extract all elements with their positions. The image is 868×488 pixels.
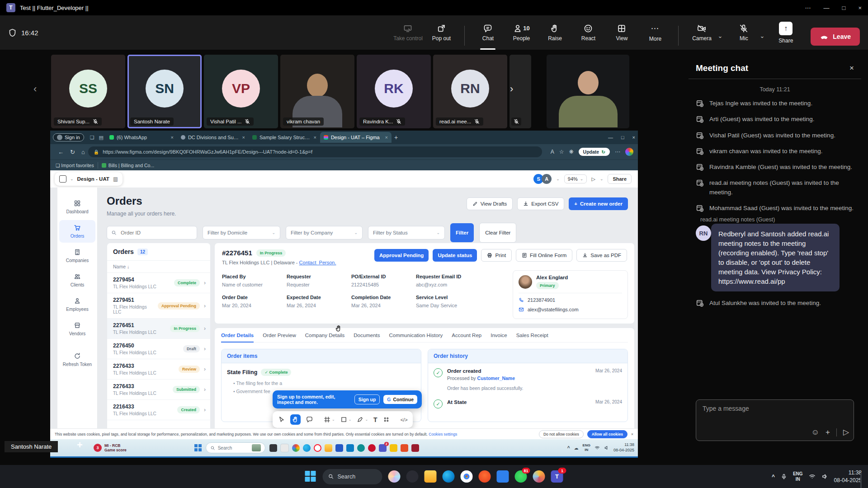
copilot-icon[interactable] bbox=[292, 444, 300, 452]
language-indicator[interactable]: ENGIN bbox=[583, 443, 590, 452]
figma-chevron-icon[interactable]: ⌄ bbox=[70, 177, 74, 181]
wifi-icon[interactable] bbox=[809, 473, 816, 480]
figma-menu-icon[interactable] bbox=[59, 175, 66, 183]
browser-tab[interactable]: DC Divisions and Surroundings × bbox=[177, 132, 249, 143]
taskbar-app-icon[interactable] bbox=[269, 444, 277, 452]
edge-icon[interactable] bbox=[303, 444, 311, 452]
whatsapp-icon[interactable]: 81 bbox=[515, 470, 527, 483]
sidebar-item-clients[interactable]: Clients bbox=[59, 269, 95, 291]
browser-maximize-icon[interactable]: □ bbox=[621, 135, 624, 140]
filter-domicile-select[interactable]: Filter by Domicile ⌄ bbox=[203, 226, 280, 239]
camera-button[interactable]: Camera bbox=[687, 19, 717, 46]
score-notification[interactable]: 3 MI - RCBGame score bbox=[94, 443, 127, 452]
browser-profile-avatar[interactable] bbox=[625, 148, 633, 156]
opera-icon[interactable] bbox=[314, 444, 321, 452]
deny-cookies-button[interactable]: Do not allow cookies bbox=[539, 430, 584, 438]
teams-icon[interactable]: 2 bbox=[379, 444, 387, 452]
update-status-button[interactable]: Update status bbox=[433, 249, 477, 262]
browser-tab[interactable]: (6) WhatsApp × bbox=[106, 132, 177, 143]
approval-pending-button[interactable]: Approval Pending bbox=[374, 249, 429, 262]
figma-layout-icon[interactable]: ▥ bbox=[113, 176, 118, 182]
leave-button[interactable]: Leave bbox=[811, 28, 860, 46]
dev-mode-icon[interactable]: </> bbox=[401, 417, 408, 422]
sidebar-item-vendors[interactable]: Vendors bbox=[59, 318, 95, 340]
order-id-input[interactable] bbox=[120, 230, 180, 236]
teams-icon[interactable]: T1 bbox=[551, 470, 563, 483]
tab-sales-receipt[interactable]: Sales Receipt bbox=[516, 333, 548, 338]
text-tool-icon[interactable]: T bbox=[373, 416, 377, 423]
shared-search-box[interactable]: Search bbox=[206, 442, 265, 453]
clear-filter-button[interactable]: Clear Filter bbox=[479, 223, 516, 243]
figma-file-pill[interactable]: ⌄ Design - UAT ▥ bbox=[55, 172, 123, 186]
url-field[interactable]: 🔒 https://www.figma.com/design/9BKQ0FOHR… bbox=[88, 146, 542, 157]
signup-button[interactable]: Sign up bbox=[354, 394, 380, 404]
order-id-search[interactable] bbox=[107, 226, 197, 239]
camera-chevron-icon[interactable]: ⌄ bbox=[717, 33, 725, 46]
contact-phone[interactable]: 2123874901 bbox=[528, 297, 555, 303]
vscode-icon[interactable] bbox=[497, 470, 509, 483]
avatars-chevron-icon[interactable]: ⌄ bbox=[556, 177, 560, 181]
move-tool-icon[interactable] bbox=[278, 416, 285, 423]
back-icon[interactable]: ← bbox=[58, 149, 64, 155]
participant-tile[interactable]: SS Shivani Sup... bbox=[51, 55, 125, 128]
browser-close-icon[interactable]: × bbox=[632, 135, 635, 140]
new-tab-icon[interactable]: + bbox=[394, 134, 398, 141]
strip-scroll-left-icon[interactable]: ‹ bbox=[33, 83, 37, 95]
essentials-icon[interactable]: ❋ bbox=[569, 149, 574, 155]
app-icon[interactable] bbox=[533, 470, 545, 483]
taskbar-app-icon[interactable] bbox=[280, 444, 289, 452]
filter-button[interactable]: Filter bbox=[450, 223, 474, 242]
sidebar-item-employees[interactable]: Employees bbox=[59, 293, 95, 316]
bookmark-item[interactable]: Bills | Billing and Co... bbox=[102, 163, 154, 168]
bookmark-item[interactable]: ❏ Import favorites bbox=[56, 163, 94, 168]
order-row[interactable]: 2279454TL Flex Holdings LLC Complete › bbox=[107, 273, 210, 293]
participant-tile[interactable]: RN read.ai mee... bbox=[433, 55, 507, 128]
taskbar-app-icon[interactable] bbox=[357, 444, 365, 452]
mic-button[interactable]: Mic bbox=[729, 19, 759, 46]
browser-signin-button[interactable]: Sign in bbox=[53, 133, 84, 141]
attach-plus-icon[interactable]: + bbox=[826, 428, 830, 437]
present-icon[interactable]: ▷ bbox=[591, 176, 595, 182]
favorite-star-icon[interactable]: ☆ bbox=[559, 149, 564, 155]
tab-order-preview[interactable]: Order Preview bbox=[263, 333, 296, 338]
cookies-settings-link[interactable]: Cookies settings bbox=[429, 432, 457, 436]
filter-company-select[interactable]: Filter by Company ⌄ bbox=[286, 226, 363, 239]
participant-tile[interactable]: vikram chavan bbox=[280, 55, 354, 128]
chat-close-icon[interactable]: × bbox=[849, 64, 854, 73]
pen-tool-icon[interactable]: ⌄ bbox=[357, 416, 368, 423]
language-indicator[interactable]: ENGIN bbox=[793, 471, 803, 482]
send-icon[interactable]: ▷ bbox=[843, 427, 849, 437]
window-more-icon[interactable]: ⋯ bbox=[805, 5, 811, 11]
window-minimize-icon[interactable]: — bbox=[824, 5, 830, 11]
taskbar-app-icon[interactable] bbox=[390, 444, 397, 452]
tab-close-icon[interactable]: × bbox=[242, 135, 245, 140]
brave-icon[interactable] bbox=[479, 470, 491, 483]
taskbar-app-icon[interactable] bbox=[401, 444, 408, 452]
allow-cookies-button[interactable]: Allow all cookies bbox=[587, 430, 627, 438]
fill-online-form-button[interactable]: Fill Online Form bbox=[516, 249, 572, 262]
hidden-icons-chevron[interactable]: ^ bbox=[567, 446, 570, 450]
window-maximize-icon[interactable]: □ bbox=[842, 5, 846, 11]
contact-email[interactable]: alex@vstatefilings.com bbox=[528, 307, 579, 312]
react-button[interactable]: React bbox=[573, 19, 603, 46]
filter-status-select[interactable]: Filter by Status ⌄ bbox=[368, 226, 445, 239]
hidden-icons-chevron[interactable]: ^ bbox=[772, 474, 775, 480]
tab-actions-icon[interactable]: ▤ bbox=[99, 135, 104, 141]
figma-zoom-select[interactable]: 94% ⌄ bbox=[564, 174, 587, 183]
sidebar-item-refresh-token[interactable]: Refresh Token bbox=[59, 348, 95, 371]
mic-tray-icon[interactable] bbox=[781, 474, 787, 480]
taskbar-app-icon[interactable] bbox=[335, 444, 343, 452]
file-explorer-icon[interactable] bbox=[425, 470, 437, 483]
share-button[interactable]: ↑ Share bbox=[771, 19, 801, 46]
tab-close-icon[interactable]: × bbox=[385, 135, 387, 140]
order-row[interactable]: 2279451TL Flex Holdings LLC Approval Pen… bbox=[107, 293, 210, 319]
emoji-icon[interactable]: ☺ bbox=[811, 428, 819, 437]
raise-button[interactable]: Raise bbox=[540, 19, 570, 46]
component-tool-icon[interactable] bbox=[383, 416, 390, 423]
view-button[interactable]: View bbox=[607, 19, 637, 46]
mic-chevron-icon[interactable]: ⌄ bbox=[759, 33, 767, 46]
chrome-icon[interactable] bbox=[461, 470, 473, 483]
strip-scroll-right-icon[interactable]: › bbox=[510, 83, 513, 95]
browser-minimize-icon[interactable]: — bbox=[608, 135, 613, 140]
browser-update-button[interactable]: Update ↻ bbox=[579, 148, 610, 156]
